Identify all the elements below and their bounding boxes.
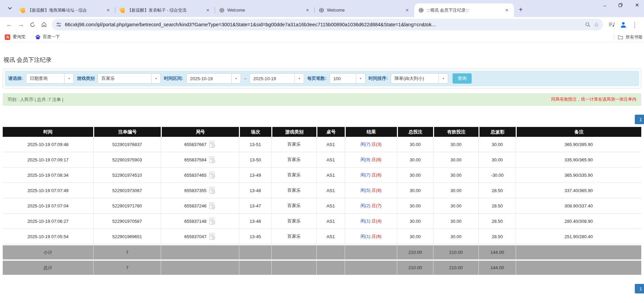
table-total-row: 总计 7 210.00 210.00 144.00 [3,260,641,275]
player-result: 闲(5) [360,188,370,193]
close-window-button[interactable]: ✕ [635,2,639,8]
close-tab-icon[interactable]: ✕ [304,8,311,13]
all-bookmarks-button[interactable]: 所有书签 [618,34,643,40]
banker-result: 庄(3) [372,142,382,147]
game-type: 百家乐 [271,198,316,214]
bookmark-star-icon[interactable]: ☆ [594,21,599,28]
game-result: 闲(7) 庄(6) [345,168,397,183]
session-number: 13-46 [239,214,271,229]
taobao-icon: 淘 [5,34,10,40]
subtotal-payout: 144.00 [478,244,516,260]
minimize-button[interactable]: – [603,2,606,8]
bookmark-item-aitaobao[interactable]: 淘 爱淘宝 [5,34,26,40]
close-tab-icon[interactable]: ✕ [404,8,410,13]
subtotal-total-bet: 210.00 [397,244,433,260]
media-controls-icon[interactable] [606,19,617,30]
pagination-page-button[interactable]: 1 [635,115,644,124]
bookmarks-right: 所有书签 [614,32,643,42]
menu-dots-icon[interactable]: ⋮ [629,19,641,30]
query-type-value: 日期查询 [26,74,64,83]
total-bet[interactable]: 30.00 [397,198,433,214]
sort-label: 时间排序: [369,75,388,82]
total-valid-bet: 210.00 [433,260,478,275]
video-replay-icon[interactable] [209,156,216,163]
chevron-down-icon: ▼ [231,74,241,83]
bet-time: 2025-10-19 07:07:04 [3,198,93,214]
bet-id: 522901971780 [93,198,161,214]
video-replay-icon[interactable] [209,187,216,194]
video-replay-icon[interactable] [209,233,216,240]
bookmarks-bar: 淘 爱淘宝 百度一下 所有书签 [0,32,644,42]
new-tab-button[interactable]: + [519,6,523,13]
zoom-icon[interactable] [585,22,590,27]
refresh-icon[interactable] [27,19,38,30]
table-row: 2025-10-19 07:09:17522901975903655837584… [3,152,641,168]
bookmark-item-baidu[interactable]: 百度一下 [35,34,60,40]
tab-search-chevron-icon[interactable] [8,5,12,11]
table-number: AS1 [316,214,345,229]
remark: 308.90/337.40 [516,198,641,214]
close-tab-icon[interactable]: ✕ [105,8,111,13]
remark: 365.90/395.90 [516,137,641,152]
total-bet[interactable]: 30.00 [397,152,433,168]
sort-select[interactable]: 降幂(由大到小) ▼ [391,73,448,84]
session-number: 13-50 [239,152,271,168]
round-id: 655837584 [161,152,239,168]
round-id: 655837355 [161,183,239,198]
round-number: 655837667 [184,142,206,147]
date-to-select[interactable]: 2025-10-19 ▼ [249,73,304,84]
table-number: AS1 [316,168,345,183]
back-icon[interactable]: ← [3,19,15,30]
total-bet[interactable]: 30.00 [397,214,433,229]
round-id: 655837465 [161,168,239,183]
total-bet[interactable]: 30.00 [397,137,433,152]
table-row: 2025-10-19 07:09:48522901976837655837667… [3,137,641,152]
chevron-down-icon: ▼ [64,74,73,83]
bet-id: 522901976837 [93,137,161,152]
table-number: AS1 [316,229,345,244]
filter-bar: 请选择: 日期查询 ▼ 游戏类别 百家乐 ▼ 时间区间: 2025-10-19 … [5,71,639,86]
search-button[interactable]: 查询 [453,73,472,84]
valid-bet: 30.00 [433,198,478,214]
total-bet[interactable]: 30.00 [397,229,433,244]
payout: 30.00 [478,137,516,152]
page-size-select[interactable]: 100 ▼ [330,73,366,84]
video-replay-icon[interactable] [209,171,216,179]
round-number: 655837148 [184,219,206,224]
video-replay-icon[interactable] [209,141,216,148]
home-icon[interactable] [38,19,50,30]
site-settings-tune-icon[interactable] [56,22,61,27]
tab-title: Welcome [327,8,401,13]
url-text[interactable]: 66cxkj98.com/ipl/portal.php/game/betreco… [65,22,582,27]
session-number: 13-51 [239,137,271,152]
bet-time: 2025-10-19 07:08:34 [3,168,93,183]
valid-bet: 30.00 [433,214,478,229]
column-header: 时间 [3,127,93,137]
close-tab-icon[interactable]: ✕ [205,8,211,13]
tab-2[interactable]: 【新提醒】发表帖子 - 综合交流✕ [115,3,215,17]
tab-4[interactable]: Welcome✕ [315,3,414,17]
video-replay-icon[interactable] [209,217,216,225]
bet-records-table: 时间注单编号局号场次游戏类别桌号结果总投注有效投注总派彩备注 2025-10-1… [3,127,641,275]
bet-id: 522901975903 [93,152,161,168]
query-type-select[interactable]: 日期查询 ▼ [26,73,74,84]
date-from-select[interactable]: 2025-10-19 ▼ [186,73,241,84]
note-icon [119,8,125,13]
session-number: 13-48 [239,183,271,198]
game-type-select[interactable]: 百家乐 ▼ [98,73,161,84]
remark: 251.90/280.40 [516,229,641,244]
address-bar[interactable]: 66cxkj98.com/ipl/portal.php/game/betreco… [52,19,603,30]
chevron-down-icon: ▼ [439,74,448,83]
pagination-page-button[interactable]: 1 [635,284,644,293]
profile-avatar-icon[interactable] [617,19,629,30]
video-replay-icon[interactable] [209,202,216,210]
tab-1[interactable]: 【新提醒】海燕策略论坛 - 综合✕ [16,3,115,17]
total-bet[interactable]: 30.00 [397,183,433,198]
subtotal-label: 小计 [3,244,93,260]
forward-icon[interactable]: → [15,19,27,30]
tab-5[interactable]: :::视讯 会员下注纪录:::✕ [414,3,514,17]
close-tab-icon[interactable]: ✕ [504,8,510,13]
total-bet[interactable]: 30.00 [397,168,433,183]
tab-3[interactable]: Welcome✕ [215,3,315,17]
restore-button[interactable] [618,3,622,7]
